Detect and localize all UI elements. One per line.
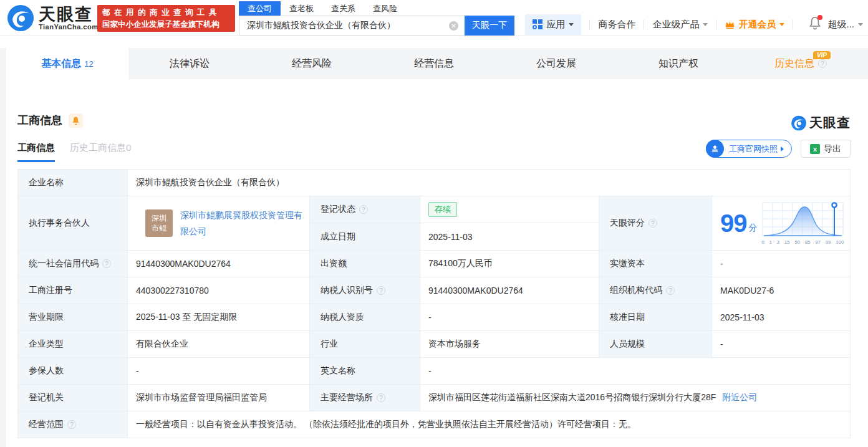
nav-enterprise-product[interactable]: 企业级产品 (652, 19, 708, 31)
field-value: - (420, 304, 599, 330)
main-tab-5[interactable]: 知识产权 (617, 48, 740, 79)
field-value: 91440300MAK0DU2764 (128, 251, 310, 277)
divider (644, 19, 644, 29)
field-value: 资本市场服务 (420, 331, 599, 357)
main-tab-label: 经营信息 (414, 57, 454, 70)
partner-company-link[interactable]: 深圳市鲲鹏展翼股权投资管理有限公司 (180, 207, 303, 239)
main-tab-4[interactable]: 公司发展 (495, 48, 617, 79)
search-tab-1[interactable]: 查老板 (281, 1, 322, 16)
search-tab-0[interactable]: 查公司 (239, 1, 281, 16)
notification-dot (817, 15, 822, 20)
field-label: 参保人数 (18, 358, 128, 384)
search-input[interactable] (239, 21, 439, 31)
divider (589, 19, 590, 29)
apps-menu[interactable]: 应用 (525, 14, 581, 35)
main-tab-label: 历史信息 (774, 57, 814, 70)
partner-cell: 深圳市鲲 深圳市鲲鹏展翼股权投资管理有限公司 (128, 196, 310, 250)
chevron-down-icon (569, 23, 574, 26)
field-value: MAK0DU27-6 (712, 277, 850, 304)
partner-company-logo: 深圳市鲲 (145, 209, 173, 237)
tianyancha-logo[interactable]: 天眼查 TianYanCha.com (6, 4, 98, 32)
field-value: - (712, 251, 850, 277)
help-icon[interactable]: ? (67, 420, 76, 429)
score-chart-axis: 0131550859799100 (762, 239, 844, 245)
nav-open-vip[interactable]: 开通会员 (725, 19, 784, 31)
partner-logo-line2: 市鲲 (152, 223, 166, 233)
export-button-label: 导出 (824, 143, 841, 155)
field-label: 执行事务合伙人 (18, 196, 128, 250)
nearby-companies-link[interactable]: 附近公司 (722, 392, 757, 403)
help-icon[interactable]: ? (377, 286, 385, 295)
main-tab-1[interactable]: 法律诉讼 (128, 48, 251, 79)
brand-logo-icon (791, 115, 807, 131)
field-label: 主要经营场所? (310, 385, 420, 411)
page-background-strip (0, 48, 6, 447)
sub-tab-1[interactable]: 历史工商信息0 (70, 142, 131, 162)
tab-count: 12 (84, 59, 93, 69)
help-icon[interactable]: ? (359, 205, 368, 214)
field-label: 工商注册号 (18, 277, 128, 304)
main-tab-3[interactable]: 经营信息 (373, 48, 495, 79)
field-label: 天眼评分? (599, 196, 712, 250)
main-tab-0[interactable]: 基本信息12 (6, 48, 128, 79)
field-label: 出资额 (310, 251, 420, 277)
status-badge: 存续 (428, 202, 457, 217)
search-tabs: 查公司查老板查关系查风险 (239, 1, 514, 16)
bell-icon (72, 116, 80, 125)
field-value: 784100万人民币 (420, 251, 599, 277)
brand-watermark-text: 天眼查 (809, 114, 851, 132)
field-label: 核准日期 (599, 304, 712, 330)
nav-super-vip[interactable]: 超级... (827, 19, 863, 31)
stamp-icon (706, 140, 724, 158)
field-label: 成立日期 (310, 223, 420, 250)
main-tab-2[interactable]: 经营风险 (251, 48, 373, 79)
field-value: 440300227310780 (128, 277, 310, 304)
sub-tab-bar: 工商信息历史工商信息0 (17, 142, 146, 162)
chevron-down-icon (779, 23, 784, 26)
main-tab-label: 经营风险 (292, 57, 332, 70)
chevron-down-icon (703, 23, 708, 26)
search-tab-2[interactable]: 查关系 (322, 1, 364, 16)
help-icon[interactable]: ? (818, 59, 827, 68)
field-value: 91440300MAK0DU2764 (420, 277, 599, 304)
header: 天眼查 TianYanCha.com 都在用的商业查询工具 国家中小企业发展子基… (0, 0, 868, 36)
help-icon[interactable]: ? (102, 259, 111, 268)
field-value: - (712, 331, 850, 357)
main-tab-bar: 基本信息12法律诉讼经营风险经营信息公司发展知识产权历史信息VIP? (6, 48, 868, 79)
field-label: 登记状态? (310, 196, 420, 223)
notification-bell[interactable] (809, 16, 821, 32)
main-tab-6[interactable]: 历史信息VIP? (740, 48, 862, 79)
main-tab-label: 公司发展 (536, 57, 576, 70)
field-label: 纳税人资质 (310, 304, 420, 330)
promo-line1: 都在用的商业查询工具 (102, 7, 230, 19)
search-button[interactable]: 天眼一下 (465, 16, 514, 36)
field-label: 组织机构代码? (599, 277, 712, 304)
sub-tab-0[interactable]: 工商信息 (17, 142, 55, 162)
export-button[interactable]: x 导出 (801, 140, 851, 158)
search-tab-3[interactable]: 查风险 (364, 1, 406, 16)
field-value: 一般经营项目：以自有资金从事投资活动。 （除依法须经批准的项目外，凭营业执照依法… (128, 411, 850, 438)
help-icon[interactable]: ? (377, 393, 385, 402)
field-label: 企业类型 (18, 331, 128, 357)
brand-watermark: 天眼查 (791, 114, 851, 132)
field-label: 实缴资本 (599, 251, 712, 277)
main-tab-label: 基本信息 (41, 57, 81, 70)
apps-grid-icon (533, 19, 542, 29)
official-snapshot-button[interactable]: 工商官网快照 (706, 140, 792, 158)
nav-business-cooperation[interactable]: 商务合作 (598, 19, 635, 31)
help-icon[interactable]: ? (649, 219, 657, 228)
table-row: 工商注册号440300227310780纳税人识别号?91440300MAK0D… (18, 277, 850, 304)
chevron-down-icon (858, 23, 863, 26)
nav-enterprise-label: 企业级产品 (652, 19, 699, 31)
main-tab-label: 法律诉讼 (170, 57, 210, 70)
status-value-cell: 存续 (420, 196, 599, 223)
clear-icon[interactable]: ✕ (449, 21, 458, 31)
field-label: 经营范围? (18, 411, 128, 438)
table-row: 登记机关深圳市市场监督管理局福田监管局主要经营场所?深圳市福田区莲花街道福新社区… (18, 385, 850, 411)
promo-banner: 都在用的商业查询工具 国家中小企业发展子基金旗下机构 (97, 5, 235, 32)
help-icon[interactable]: ? (666, 286, 675, 295)
field-label: 登记机关 (18, 385, 128, 411)
company-name-value: 深圳市鲲航投资合伙企业（有限合伙） (128, 170, 850, 196)
monitor-bell-button[interactable] (69, 113, 83, 128)
logo-domain: TianYanCha.com (39, 23, 98, 31)
